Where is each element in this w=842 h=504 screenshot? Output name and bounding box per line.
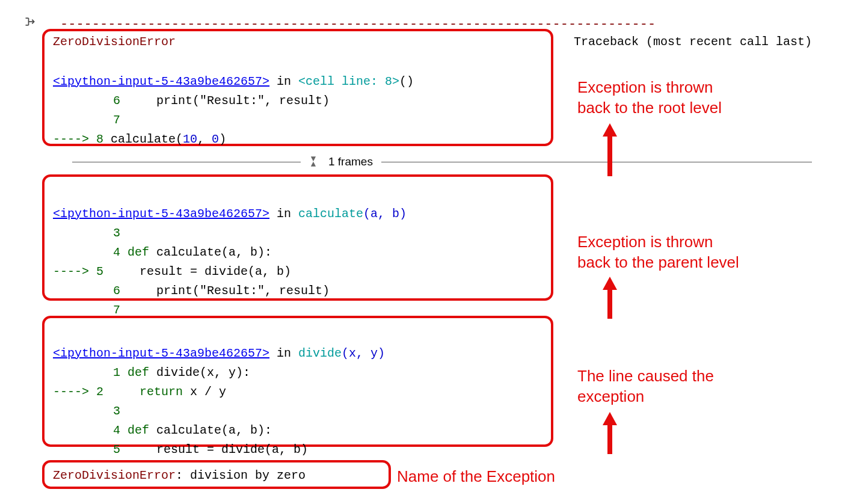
line-number: 6 [96, 91, 120, 111]
collapse-frames-icon[interactable]: ▼▲ [307, 156, 320, 167]
line-number: 4 [96, 421, 120, 440]
source-link-origin[interactable]: <ipython-input-5-43a9be462657> [53, 346, 269, 360]
line-number: 1 [96, 363, 120, 383]
code-line: calculate(a, b): [149, 423, 272, 437]
code-line: print("Result:", result) [120, 94, 330, 108]
frames-separator: ▼▲ 1 frames [72, 155, 812, 168]
code-line: x / y [183, 385, 226, 399]
line-number: 6 [96, 281, 120, 301]
up-arrow-icon [601, 123, 618, 177]
source-link-parent[interactable]: <ipython-input-5-43a9be462657> [53, 207, 269, 221]
code-line: divide(x, y): [149, 366, 250, 380]
traceback-frame-parent: <ipython-input-5-43a9be462657> in calcul… [53, 185, 407, 320]
line-number: 5 [96, 262, 103, 281]
current-line-arrow: ----> [53, 385, 96, 399]
code-line: result = divide(a, b) [103, 265, 291, 278]
code-line: calculate [103, 132, 176, 146]
up-arrow-icon [601, 412, 618, 455]
annotation-parent-level: Exception is thrown back to the parent l… [577, 232, 739, 272]
traceback-frame-root: <ipython-input-5-43a9be462657> in <cell … [53, 53, 414, 149]
annotation-root-level: Exception is thrown back to the root lev… [577, 77, 722, 118]
svg-marker-4 [603, 277, 617, 290]
line-number: 2 [96, 383, 103, 402]
current-line-arrow: ----> [53, 265, 96, 278]
svg-marker-6 [603, 412, 617, 425]
line-number: 3 [96, 402, 120, 421]
summary-error-name: ZeroDivisionError [53, 469, 176, 482]
code-line: calculate(a, b): [149, 245, 272, 259]
line-number: 5 [96, 440, 120, 459]
annotation-cause-line: The line caused the exception [577, 366, 714, 407]
code-line: result = divide(a, b) [120, 443, 308, 456]
keyword-def: def [120, 366, 149, 380]
traceback-frame-origin: <ipython-input-5-43a9be462657> in divide… [53, 325, 385, 459]
summary-error-message: : division by zero [176, 469, 306, 482]
frames-count-label[interactable]: 1 frames [328, 155, 373, 168]
keyword-return: return [103, 385, 183, 399]
annotation-exception-name: Name of the Exception [397, 466, 555, 487]
output-arrow-icon [24, 16, 36, 28]
source-link-root[interactable]: <ipython-input-5-43a9be462657> [53, 75, 269, 88]
line-number: 8 [96, 130, 103, 149]
traceback-label: Traceback (most recent call last) [574, 35, 812, 49]
line-number: 7 [96, 111, 120, 130]
keyword-def: def [120, 423, 149, 437]
exception-summary: ZeroDivisionError: division by zero [53, 466, 306, 485]
keyword-def: def [120, 245, 149, 259]
line-number: 3 [96, 224, 120, 243]
current-line-arrow: ----> [53, 132, 96, 146]
svg-marker-2 [603, 123, 617, 137]
up-arrow-icon [601, 277, 618, 320]
line-number: 4 [96, 243, 120, 262]
code-line: print("Result:", result) [120, 284, 330, 298]
